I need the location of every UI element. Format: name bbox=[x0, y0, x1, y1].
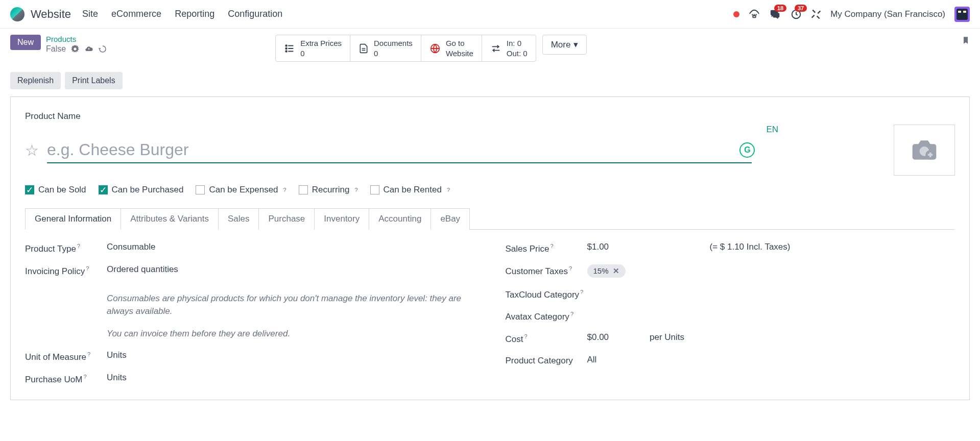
help-icon[interactable]: ? bbox=[447, 187, 450, 193]
chat-icon[interactable]: 18 bbox=[769, 9, 781, 20]
tab-accounting[interactable]: Accounting bbox=[369, 208, 431, 230]
help-icon[interactable]: ? bbox=[354, 187, 357, 193]
product-image-upload[interactable] bbox=[894, 125, 955, 176]
help-icon[interactable]: ? bbox=[87, 351, 90, 357]
breadcrumb: Products False bbox=[46, 35, 107, 54]
can-be-purchased-checkbox[interactable]: ✓Can be Purchased bbox=[99, 185, 184, 195]
cloud-save-icon[interactable] bbox=[84, 45, 93, 53]
help-icon[interactable]: ? bbox=[283, 187, 286, 193]
more-dropdown[interactable]: More ▾ bbox=[542, 35, 587, 55]
menu-reporting[interactable]: Reporting bbox=[175, 9, 214, 19]
tag-label: 15% bbox=[593, 266, 609, 275]
activity-icon[interactable]: 37 bbox=[791, 9, 802, 20]
svg-rect-0 bbox=[753, 15, 756, 17]
new-button[interactable]: New bbox=[10, 35, 41, 50]
form-tabs: General Information Attributes & Variant… bbox=[25, 208, 955, 230]
help-icon[interactable]: ? bbox=[524, 333, 527, 339]
company-selector[interactable]: My Company (San Francisco) bbox=[830, 9, 945, 19]
help-icon[interactable]: ? bbox=[570, 311, 573, 317]
menu-ecommerce[interactable]: eCommerce bbox=[111, 9, 161, 19]
tab-attributes-variants[interactable]: Attributes & Variants bbox=[121, 208, 219, 230]
svg-point-7 bbox=[285, 47, 287, 49]
stat-value: 0 bbox=[300, 48, 342, 59]
tag-remove-icon[interactable]: ✕ bbox=[613, 266, 619, 276]
top-menu: Site eCommerce Reporting Configuration bbox=[82, 9, 282, 19]
sales-price-label: Sales Price bbox=[506, 244, 549, 254]
grammarly-icon[interactable]: G bbox=[739, 142, 755, 158]
svg-point-3 bbox=[756, 14, 756, 15]
help-icon[interactable]: ? bbox=[86, 265, 89, 272]
app-brand[interactable]: Website bbox=[31, 8, 71, 21]
phone-icon[interactable] bbox=[749, 9, 760, 20]
help-note: Consumables are physical products for wh… bbox=[107, 292, 475, 318]
invoicing-policy-field[interactable]: Ordered quantities bbox=[107, 264, 475, 275]
user-avatar[interactable] bbox=[954, 7, 970, 22]
menu-site[interactable]: Site bbox=[82, 9, 98, 19]
favorite-star-icon[interactable]: ☆ bbox=[25, 141, 39, 159]
help-icon[interactable]: ? bbox=[569, 265, 572, 272]
tab-general-information[interactable]: General Information bbox=[25, 208, 121, 230]
help-icon[interactable]: ? bbox=[77, 243, 80, 249]
can-be-expensed-checkbox[interactable]: Can be Expensed? bbox=[196, 185, 286, 195]
product-name-input[interactable] bbox=[47, 137, 752, 163]
tools-icon[interactable] bbox=[811, 9, 821, 19]
stat-label: Extra Prices bbox=[300, 38, 342, 48]
product-name-label: Product Name bbox=[25, 111, 955, 121]
more-label: More bbox=[551, 40, 571, 50]
bookmark-icon[interactable] bbox=[962, 35, 970, 46]
check-label: Can be Expensed bbox=[209, 185, 278, 195]
discard-icon[interactable] bbox=[99, 45, 107, 53]
product-form: Product Name ☆ G EN ✓Can be Sold ✓Can be… bbox=[10, 96, 970, 400]
language-selector[interactable]: EN bbox=[766, 125, 778, 135]
breadcrumb-current: False bbox=[46, 44, 66, 54]
product-type-label: Product Type bbox=[25, 244, 76, 254]
top-nav: Website Site eCommerce Reporting Configu… bbox=[0, 0, 980, 29]
avatax-label: Avatax Category bbox=[506, 312, 569, 322]
action-buttons: Replenish Print Labels bbox=[0, 67, 980, 96]
check-label: Recurring bbox=[312, 185, 350, 195]
stat-extra-prices[interactable]: Extra Prices0 bbox=[276, 35, 350, 61]
app-logo[interactable] bbox=[10, 7, 25, 21]
tab-ebay[interactable]: eBay bbox=[431, 208, 470, 230]
cost-label: Cost bbox=[506, 334, 523, 344]
stat-documents[interactable]: Documents0 bbox=[350, 35, 421, 61]
tab-sales[interactable]: Sales bbox=[218, 208, 259, 230]
sales-price-incl-taxes: (= $ 1.10 Incl. Taxes) bbox=[710, 242, 791, 252]
breadcrumb-products[interactable]: Products bbox=[46, 35, 107, 43]
taxcloud-label: TaxCloud Category bbox=[506, 289, 580, 299]
control-bar: New Products False Extra Prices0 Documen… bbox=[0, 29, 980, 67]
can-be-sold-checkbox[interactable]: ✓Can be Sold bbox=[25, 185, 86, 195]
menu-configuration[interactable]: Configuration bbox=[228, 9, 282, 19]
stat-label: Go to bbox=[446, 38, 473, 48]
check-label: Can be Sold bbox=[38, 185, 86, 195]
help-icon[interactable]: ? bbox=[580, 289, 583, 295]
tab-purchase[interactable]: Purchase bbox=[258, 208, 315, 230]
recurring-checkbox[interactable]: Recurring? bbox=[299, 185, 358, 195]
product-category-field[interactable]: All bbox=[587, 355, 955, 365]
svg-point-5 bbox=[285, 45, 287, 46]
help-icon[interactable]: ? bbox=[83, 374, 86, 380]
stat-out: Out: 0 bbox=[507, 48, 528, 59]
replenish-button[interactable]: Replenish bbox=[10, 72, 61, 89]
stat-inventory-moves[interactable]: In: 0Out: 0 bbox=[482, 35, 536, 61]
purchase-uom-field[interactable]: Units bbox=[107, 373, 475, 383]
print-labels-button[interactable]: Print Labels bbox=[65, 72, 123, 89]
help-icon[interactable]: ? bbox=[550, 243, 553, 249]
purchase-uom-label: Purchase UoM bbox=[25, 374, 82, 384]
chevron-down-icon: ▾ bbox=[573, 39, 578, 50]
uom-label: Unit of Measure bbox=[25, 352, 86, 362]
gear-icon[interactable] bbox=[71, 45, 79, 53]
invoicing-policy-label: Invoicing Policy bbox=[25, 266, 85, 276]
tab-inventory[interactable]: Inventory bbox=[314, 208, 369, 230]
chat-badge: 18 bbox=[774, 5, 786, 12]
stat-value: 0 bbox=[374, 48, 413, 59]
tax-tag[interactable]: 15%✕ bbox=[587, 264, 626, 278]
uom-field[interactable]: Units bbox=[107, 350, 475, 360]
check-label: Can be Purchased bbox=[112, 185, 184, 195]
can-be-rented-checkbox[interactable]: Can be Rented? bbox=[370, 185, 450, 195]
sales-price-field[interactable]: $1.00 bbox=[587, 242, 689, 252]
product-type-field[interactable]: Consumable bbox=[107, 242, 475, 252]
stat-go-website[interactable]: Go toWebsite bbox=[421, 35, 482, 61]
check-label: Can be Rented bbox=[384, 185, 442, 195]
cost-field[interactable]: $0.00 bbox=[587, 332, 609, 342]
